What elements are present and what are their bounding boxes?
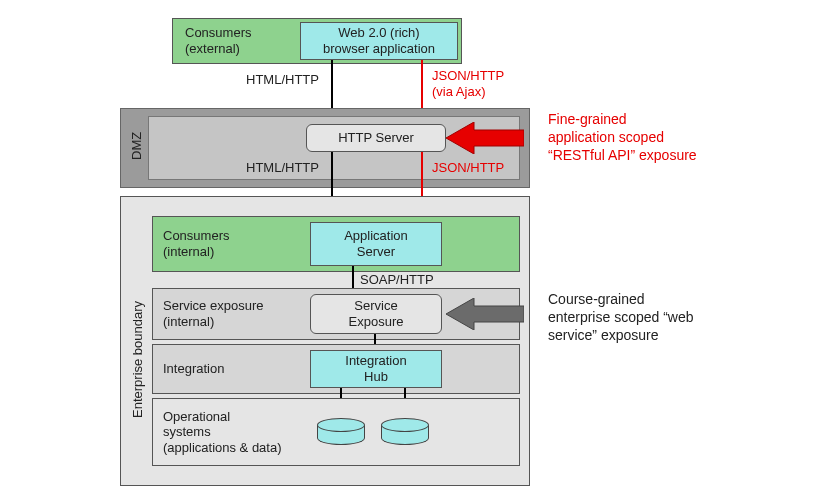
service-exposure-internal-label: Service exposure (internal) [163, 298, 263, 329]
architecture-diagram: Consumers (external) Web 2.0 (rich) brow… [0, 0, 840, 502]
course-grained-annotation: Course-grained enterprise scoped “web se… [548, 290, 694, 345]
big-grey-arrow-icon [446, 298, 524, 330]
integration-row-label: Integration [163, 361, 224, 377]
json-http-ajax-label: JSON/HTTP (via Ajax) [432, 68, 504, 99]
dmz-label: DMZ [129, 132, 144, 160]
consumers-internal-label: Consumers (internal) [163, 228, 229, 259]
consumers-external-label: Consumers (external) [185, 25, 251, 56]
operational-label: Operational systems (applications & data… [163, 409, 282, 456]
soap-http-label: SOAP/HTTP [360, 272, 434, 288]
html-http-2-label: HTML/HTTP [246, 160, 319, 176]
html-http-1-label: HTML/HTTP [246, 72, 319, 88]
browser-application-label: Web 2.0 (rich) browser application [323, 25, 435, 56]
http-server-label: HTTP Server [338, 130, 414, 146]
big-red-arrow-icon [446, 122, 524, 154]
fine-grained-annotation: Fine-grained application scoped “RESTful… [548, 110, 697, 165]
svg-marker-0 [446, 122, 524, 154]
database-icon [317, 418, 365, 445]
service-exposure-label: Service Exposure [349, 298, 404, 329]
database-icon [381, 418, 429, 445]
application-server-label: Application Server [344, 228, 408, 259]
application-server-box: Application Server [310, 222, 442, 266]
http-server-box: HTTP Server [306, 124, 446, 152]
json-http-2-label: JSON/HTTP [432, 160, 504, 176]
browser-application-box: Web 2.0 (rich) browser application [300, 22, 458, 60]
svg-marker-1 [446, 298, 524, 330]
enterprise-label: Enterprise boundary [130, 301, 145, 418]
integration-hub-box: Integration Hub [310, 350, 442, 388]
integration-hub-label: Integration Hub [345, 353, 406, 384]
service-exposure-box: Service Exposure [310, 294, 442, 334]
